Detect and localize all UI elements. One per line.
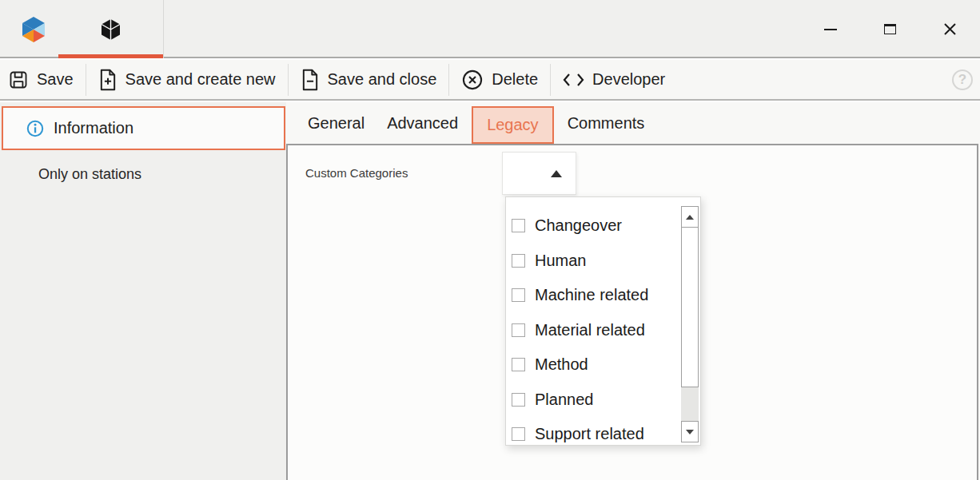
- titlebar: [0, 0, 980, 58]
- dropdown-scrollbar[interactable]: [681, 206, 699, 442]
- developer-button[interactable]: Developer: [551, 62, 677, 97]
- triangle-up-icon: [551, 170, 562, 177]
- checkbox[interactable]: [512, 219, 525, 232]
- info-circle-icon: [26, 120, 44, 137]
- option-label: Support related: [535, 425, 644, 443]
- tab-bar: General Advanced Legacy Comments: [286, 102, 980, 144]
- save-button-label: Save: [37, 70, 74, 89]
- option-label: Method: [535, 355, 588, 374]
- toolbar: Save Save and create new Save and close …: [0, 60, 980, 101]
- scrollbar-thumb[interactable]: [681, 227, 699, 387]
- option-label: Machine related: [535, 286, 648, 304]
- floppy-disk-icon: [8, 69, 29, 90]
- option-label: Human: [535, 252, 586, 270]
- sidebar: Information Only on stations: [0, 102, 286, 480]
- scrollbar-track[interactable]: [681, 228, 699, 421]
- box-cube-icon: [100, 18, 122, 41]
- triangle-up-icon: [686, 215, 694, 220]
- app-logo-icon: [22, 17, 46, 42]
- dropdown-option-material-related[interactable]: Material related: [506, 313, 679, 348]
- sidebar-item-only-on-stations[interactable]: Only on stations: [38, 166, 141, 183]
- delete-button[interactable]: Delete: [449, 62, 550, 97]
- custom-categories-dropdown-toggle[interactable]: [502, 152, 576, 195]
- save-and-close-button[interactable]: Save and close: [289, 62, 449, 97]
- checkbox[interactable]: [512, 254, 525, 268]
- sidebar-item-information[interactable]: Information: [2, 106, 285, 150]
- help-glyph: ?: [958, 72, 966, 88]
- save-button[interactable]: Save: [0, 62, 86, 97]
- help-icon[interactable]: ?: [952, 69, 973, 90]
- maximize-button[interactable]: [860, 0, 920, 58]
- dropdown-option-method[interactable]: Method: [506, 347, 679, 383]
- tab-legacy[interactable]: Legacy: [472, 106, 554, 144]
- close-button[interactable]: [920, 0, 980, 58]
- delete-button-label: Delete: [492, 70, 538, 89]
- maximize-icon: [884, 24, 896, 34]
- minimize-button[interactable]: [800, 0, 860, 58]
- window-controls: [800, 0, 980, 58]
- scroll-up-button[interactable]: [681, 206, 699, 228]
- sidebar-item-label: Only on stations: [38, 166, 141, 182]
- active-tab-underline: [58, 54, 163, 58]
- dropdown-option-planned[interactable]: Planned: [506, 383, 679, 418]
- option-label: Material related: [535, 321, 645, 339]
- save-and-create-new-button[interactable]: Save and create new: [86, 62, 288, 97]
- scroll-down-button[interactable]: [681, 421, 699, 442]
- tab-general[interactable]: General: [297, 102, 376, 144]
- dropdown-option-list: Changeover Human Machine related Materia…: [506, 208, 679, 446]
- checkbox[interactable]: [512, 358, 525, 371]
- save-and-create-new-label: Save and create new: [125, 70, 276, 89]
- code-brackets-icon: [563, 73, 584, 87]
- dropdown-option-machine-related[interactable]: Machine related: [506, 278, 679, 313]
- option-label: Changeover: [535, 216, 622, 235]
- titlebar-divider: [163, 0, 164, 58]
- triangle-down-icon: [686, 430, 694, 434]
- developer-button-label: Developer: [592, 70, 665, 89]
- document-plus-icon: [98, 69, 118, 91]
- dropdown-option-human[interactable]: Human: [506, 244, 679, 279]
- option-label: Planned: [535, 391, 593, 409]
- minimize-icon: [824, 29, 837, 30]
- checkbox[interactable]: [512, 393, 525, 407]
- checkbox[interactable]: [512, 288, 525, 302]
- checkbox[interactable]: [512, 427, 525, 441]
- document-minus-icon: [301, 69, 320, 91]
- checkbox[interactable]: [512, 323, 525, 337]
- custom-categories-label: Custom Categories: [305, 166, 408, 180]
- circle-x-icon: [461, 69, 484, 91]
- titlebar-active-document-tab[interactable]: [58, 0, 163, 58]
- tab-comments[interactable]: Comments: [556, 102, 656, 144]
- content-panel: Custom Categories Changeover Human Machi…: [286, 144, 978, 480]
- dropdown-option-support-related[interactable]: Support related: [506, 417, 679, 446]
- custom-categories-dropdown-popup: Changeover Human Machine related Materia…: [505, 196, 701, 446]
- tab-advanced[interactable]: Advanced: [376, 102, 469, 144]
- main-area: General Advanced Legacy Comments Custom …: [286, 102, 980, 480]
- dropdown-option-changeover[interactable]: Changeover: [506, 208, 679, 244]
- close-icon: [943, 22, 957, 36]
- sidebar-item-label: Information: [54, 119, 133, 137]
- save-and-close-label: Save and close: [328, 70, 437, 89]
